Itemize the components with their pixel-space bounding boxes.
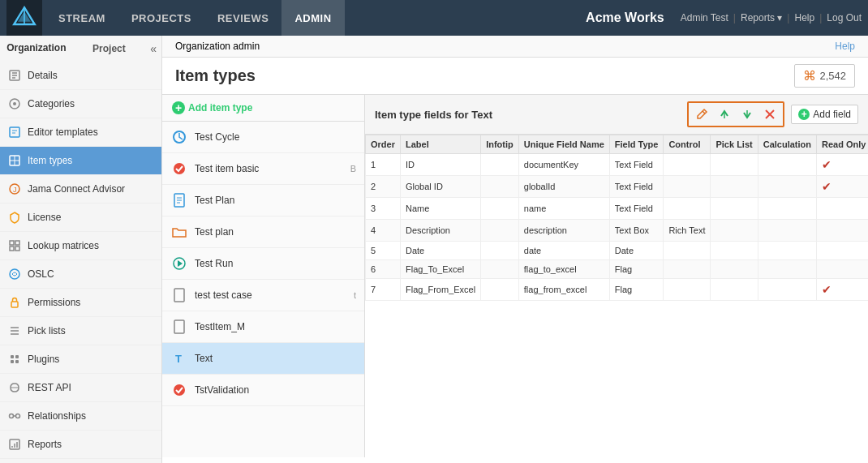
svg-point-31 (10, 414, 14, 418)
fields-table: Order Label Infotip Unique Field Name Fi… (365, 135, 868, 301)
sidebar-label-rest-api: REST API (28, 382, 71, 393)
list-item[interactable]: Test Run (162, 248, 364, 280)
item-name: Test item basic (195, 163, 347, 174)
add-field-button[interactable]: + Add field (791, 105, 858, 124)
sidebar-tabs-row: Organization Project « (0, 36, 161, 62)
tab-project[interactable]: Project (73, 36, 146, 62)
cell-control (664, 279, 711, 301)
cell-unique-name: description (518, 220, 609, 242)
col-calculation: Calculation (758, 135, 816, 154)
relationships-icon (6, 408, 23, 424)
cell-unique-name: flag_from_excel (518, 279, 609, 301)
cell-field-type: Flag (609, 279, 664, 301)
cell-infotip (481, 198, 519, 220)
item-types-icon (6, 152, 23, 169)
pick-lists-icon (6, 323, 23, 339)
content-area: Organization admin Help Item types ⌘ 2,5… (162, 36, 868, 463)
move-up-button[interactable] (715, 105, 734, 124)
list-item[interactable]: Test Plan (162, 185, 364, 216)
list-item[interactable]: test test case t (162, 280, 364, 311)
user-link[interactable]: Admin Test (681, 12, 728, 24)
table-row[interactable]: 7Flag_From_Excelflag_from_excelFlag✔✔ (366, 279, 869, 301)
content-header: Organization admin Help (162, 36, 868, 58)
logout-link[interactable]: Log Out (827, 12, 862, 24)
table-row[interactable]: 4DescriptiondescriptionText BoxRich Text… (366, 220, 869, 242)
cell-read-only: ✔ (817, 279, 869, 301)
run-icon (170, 255, 188, 272)
sidebar-item-pick-lists[interactable]: Pick lists (0, 317, 161, 345)
permissions-icon (6, 294, 23, 311)
sidebar-item-item-types[interactable]: Item types (0, 147, 161, 175)
svg-point-32 (16, 414, 20, 418)
checkmark-red-icon (170, 160, 188, 178)
item-name: Test Run (195, 258, 356, 269)
table-row[interactable]: 1IDdocumentKeyText Field✔ (366, 154, 869, 176)
collapse-sidebar-btn[interactable]: « (145, 39, 161, 58)
sidebar-item-details[interactable]: Details (0, 62, 161, 90)
editor-templates-icon (6, 124, 23, 140)
cell-pick-list (711, 260, 758, 279)
cell-read-only (817, 242, 869, 260)
sidebar-item-oslc[interactable]: OSLC (0, 260, 161, 289)
table-row[interactable]: 6Flag_To_Excelflag_to_excelFlag (366, 260, 869, 279)
nav-stream[interactable]: STREAM (45, 0, 118, 36)
table-row[interactable]: 2Global IDglobalIdText Field✔ (366, 176, 869, 198)
list-item[interactable]: Test item basic B (162, 153, 364, 185)
main-layout: Organization Project « Details Categorie… (0, 36, 868, 463)
nav-reviews[interactable]: REVIEWS (204, 0, 281, 36)
list-item[interactable]: Test plan (162, 216, 364, 248)
sidebar-label-plugins: Plugins (28, 354, 59, 365)
sidebar-label-pick-lists: Pick lists (28, 325, 66, 337)
svg-point-8 (13, 102, 16, 105)
nav-projects[interactable]: PROJECTS (118, 0, 204, 36)
sidebar-item-categories[interactable]: Categories (0, 90, 161, 118)
item-types-list: + Add item type Test Cycle Test item bas… (162, 95, 365, 457)
sidebar-item-plugins[interactable]: Plugins (0, 345, 161, 374)
nav-admin[interactable]: ADMIN (281, 0, 344, 36)
text-T-icon: T (170, 349, 188, 367)
sidebar-item-reports[interactable]: Reports (0, 431, 161, 459)
cell-calculation (758, 198, 816, 220)
right-pane-title: Item type fields for Text (375, 109, 492, 121)
sidebar-item-relationships[interactable]: Relationships (0, 402, 161, 431)
sidebar-item-license[interactable]: License (0, 204, 161, 232)
cell-calculation (758, 260, 816, 279)
lookup-icon (6, 238, 23, 254)
sidebar-item-review-center[interactable]: Review center (0, 459, 161, 463)
list-item[interactable]: Test Cycle (162, 122, 364, 153)
sidebar-item-rest-api[interactable]: REST API (0, 374, 161, 402)
sidebar-item-lookup[interactable]: Lookup matrices (0, 232, 161, 260)
edit-field-button[interactable] (692, 105, 711, 124)
cell-infotip (481, 242, 519, 260)
help-link[interactable]: Help (794, 12, 814, 24)
app-logo[interactable] (6, 0, 42, 36)
item-name: TstValidation (195, 384, 356, 396)
count-value: 2,542 (819, 70, 846, 82)
table-row[interactable]: 5DatedateDate (366, 242, 869, 260)
svg-rect-9 (10, 127, 19, 137)
sep2: | (787, 12, 789, 24)
delete-field-button[interactable] (760, 105, 780, 124)
list-item[interactable]: TestItem_M (162, 311, 364, 343)
move-down-button[interactable] (737, 105, 757, 124)
add-item-label: Add item type (188, 102, 252, 114)
tab-organization[interactable]: Organization (0, 36, 73, 62)
add-item-type-button[interactable]: + Add item type (172, 101, 252, 114)
svg-rect-19 (10, 247, 14, 251)
cell-pick-list (711, 198, 758, 220)
cell-unique-name: name (518, 198, 609, 220)
add-item-row: + Add item type (162, 95, 364, 122)
reports-link[interactable]: Reports ▾ (741, 12, 782, 24)
cell-calculation (758, 176, 816, 198)
help-button[interactable]: Help (835, 41, 855, 52)
sidebar-item-editor-templates[interactable]: Editor templates (0, 118, 161, 147)
list-item[interactable]: T Text (162, 343, 364, 375)
table-row[interactable]: 3NamenameText Field✔✔ (366, 198, 869, 220)
sidebar-item-advisor[interactable]: J Jama Connect Advisor (0, 175, 161, 204)
list-item[interactable]: TstValidation (162, 375, 364, 406)
svg-rect-48 (174, 289, 184, 302)
top-right-actions: Admin Test | Reports ▾ | Help | Log Out (681, 12, 862, 24)
cell-pick-list (711, 176, 758, 198)
cell-read-only (817, 198, 869, 220)
sidebar-item-permissions[interactable]: Permissions (0, 289, 161, 317)
